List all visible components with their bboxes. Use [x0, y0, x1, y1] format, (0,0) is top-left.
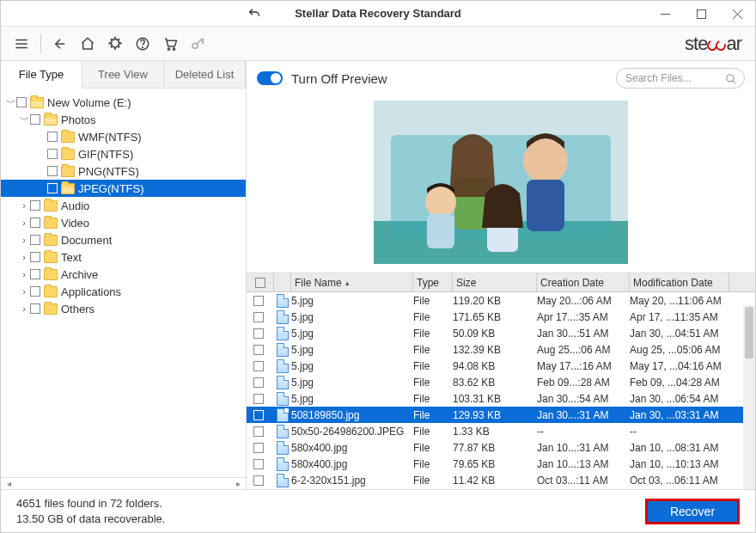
- cell-size: 129.93 KB: [453, 409, 537, 421]
- search-input[interactable]: Search Files...: [616, 68, 745, 89]
- select-all-checkbox[interactable]: [255, 278, 265, 288]
- minimize-button[interactable]: [647, 1, 683, 27]
- recover-button[interactable]: Recover: [645, 499, 740, 524]
- tree-row-root[interactable]: ﹀New Volume (E:): [1, 94, 246, 111]
- cell-type: File: [413, 442, 453, 454]
- col-modification-date[interactable]: Modification Date: [630, 273, 729, 291]
- file-icon: [277, 474, 289, 487]
- row-checkbox[interactable]: [253, 312, 264, 322]
- row-checkbox[interactable]: [253, 296, 264, 306]
- svg-point-9: [168, 47, 169, 49]
- svg-line-13: [733, 81, 735, 83]
- tab-tree-view[interactable]: Tree View: [82, 61, 164, 88]
- tree-row-photos[interactable]: ﹀Photos: [1, 111, 246, 128]
- tree-row-video[interactable]: ›Video: [1, 214, 246, 231]
- cell-mdate: Aug 25, ...05:06 AM: [630, 344, 729, 356]
- row-checkbox[interactable]: [253, 475, 264, 486]
- row-checkbox[interactable]: [253, 361, 264, 371]
- cell-size: 119.20 KB: [453, 295, 537, 307]
- table-row[interactable]: 6-2-320x151.jpgFile11.42 KBOct 03...:11 …: [247, 472, 755, 488]
- cell-mdate: Oct 03, ...06:11 AM: [630, 475, 729, 487]
- close-button[interactable]: [719, 1, 755, 27]
- tree-row-audio[interactable]: ›Audio: [1, 197, 246, 214]
- cell-name: 5.jpg: [291, 377, 413, 389]
- tree-row-document[interactable]: ›Document: [1, 231, 246, 248]
- file-grid: File Name▴ Type Size Creation Date Modif…: [247, 273, 755, 489]
- tree-row-wmf[interactable]: WMF(NTFS): [1, 128, 246, 145]
- svg-rect-24: [427, 214, 454, 248]
- preview-toggle[interactable]: [257, 71, 283, 85]
- file-icon: [277, 327, 289, 340]
- search-icon: [725, 73, 737, 85]
- cell-type: File: [413, 409, 453, 421]
- advanced-settings-icon[interactable]: [103, 32, 127, 56]
- row-checkbox[interactable]: [253, 410, 264, 420]
- main-panel: Turn Off Preview Search Files...: [247, 61, 755, 489]
- tab-file-type[interactable]: File Type: [1, 61, 82, 89]
- cell-cdate: --: [537, 426, 630, 438]
- home-icon[interactable]: [76, 32, 100, 56]
- cell-cdate: Jan 10...:31 AM: [537, 442, 630, 454]
- table-row[interactable]: 50x50-264986200.JPEGFile1.33 KB----: [247, 423, 755, 439]
- cell-type: File: [413, 344, 453, 356]
- cell-mdate: May 17, ...04:16 AM: [630, 360, 729, 372]
- table-row[interactable]: 5.jpgFile83.62 KBFeb 09...:28 AMFeb 09, …: [247, 374, 755, 390]
- key-icon[interactable]: [186, 32, 210, 56]
- row-checkbox[interactable]: [253, 328, 264, 339]
- table-row[interactable]: 5.jpgFile132.39 KBAug 25...:06 AMAug 25,…: [247, 341, 755, 358]
- col-creation-date[interactable]: Creation Date: [537, 273, 630, 291]
- row-checkbox[interactable]: [253, 459, 264, 469]
- cell-size: 103.31 KB: [453, 393, 537, 405]
- file-icon: [277, 294, 289, 308]
- cell-cdate: Jan 10...:13 AM: [537, 458, 630, 470]
- tree-row-archive[interactable]: ›Archive: [1, 266, 246, 283]
- cell-size: 79.65 KB: [453, 458, 537, 470]
- row-checkbox[interactable]: [253, 345, 264, 355]
- cell-type: File: [413, 360, 453, 372]
- row-checkbox[interactable]: [253, 377, 264, 388]
- menu-icon[interactable]: [9, 32, 34, 56]
- cell-type: File: [413, 311, 453, 323]
- table-row[interactable]: 580x400.jpgFile77.87 KBJan 10...:31 AMJa…: [247, 439, 755, 456]
- grid-vscrollbar[interactable]: [743, 305, 755, 489]
- table-row[interactable]: 5.jpgFile94.08 KBMay 17...:16 AMMay 17, …: [247, 358, 755, 374]
- table-row[interactable]: 508189850.jpgFile129.93 KBJan 30...:31 A…: [247, 407, 755, 423]
- table-row[interactable]: 5.jpgFile50.09 KBJan 30...:51 AMJan 30, …: [247, 325, 755, 341]
- cell-cdate: May 17...:16 AM: [537, 360, 630, 372]
- table-row[interactable]: 5.jpgFile103.31 KBJan 30...:54 AMJan 30,…: [247, 390, 755, 407]
- tree-row-gif[interactable]: GIF(NTFS): [1, 145, 246, 162]
- tree-row-jpeg[interactable]: JPEG(NTFS): [1, 180, 246, 197]
- svg-point-11: [192, 43, 198, 48]
- folder-tree[interactable]: ﹀New Volume (E:) ﹀Photos WMF(NTFS) GIF(N…: [1, 89, 246, 477]
- tree-row-applications[interactable]: ›Applications: [1, 283, 246, 300]
- table-row[interactable]: 5.jpgFile171.65 KBApr 17...:35 AMApr 17,…: [247, 309, 755, 325]
- cell-mdate: Apr 17, ...11:35 AM: [630, 311, 729, 323]
- table-row[interactable]: 5.jpgFile119.20 KBMay 20...:06 AMMay 20,…: [247, 292, 755, 309]
- tree-row-png[interactable]: PNG(NTFS): [1, 162, 246, 180]
- cart-icon[interactable]: [158, 32, 182, 56]
- help-icon[interactable]: [131, 32, 155, 56]
- cell-name: 5.jpg: [291, 311, 413, 323]
- col-type[interactable]: Type: [413, 273, 453, 291]
- maximize-button[interactable]: [683, 1, 719, 27]
- window-title: Stellar Data Recovery Standard: [295, 7, 461, 20]
- tree-row-others[interactable]: ›Others: [1, 300, 246, 317]
- col-size[interactable]: Size: [453, 273, 537, 291]
- file-icon: [277, 441, 289, 455]
- cell-name: 50x50-264986200.JPEG: [291, 426, 413, 438]
- cell-mdate: Jan 10, ...08:31 AM: [630, 442, 729, 454]
- cell-cdate: Feb 09...:28 AM: [537, 377, 630, 389]
- cell-type: File: [413, 475, 453, 487]
- sidebar-hscrollbar[interactable]: ◂▸: [1, 477, 246, 489]
- row-checkbox[interactable]: [253, 394, 264, 404]
- col-filename[interactable]: File Name▴: [291, 273, 413, 291]
- cell-cdate: Apr 17...:35 AM: [537, 311, 630, 323]
- cell-name: 5.jpg: [291, 393, 413, 405]
- row-checkbox[interactable]: [253, 443, 264, 453]
- tab-deleted-list[interactable]: Deleted List: [164, 61, 246, 88]
- tree-row-text[interactable]: ›Text: [1, 248, 246, 266]
- table-row[interactable]: 580x400.jpgFile79.65 KBJan 10...:13 AMJa…: [247, 456, 755, 472]
- row-checkbox[interactable]: [253, 426, 264, 437]
- preview-toggle-label: Turn Off Preview: [291, 71, 387, 86]
- back-icon[interactable]: [48, 32, 72, 56]
